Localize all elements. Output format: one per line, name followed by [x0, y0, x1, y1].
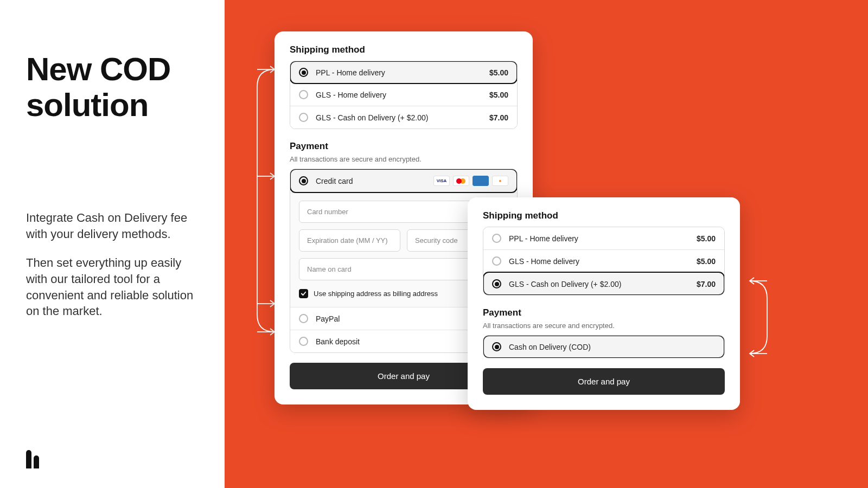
radio-icon	[492, 342, 501, 351]
connector-right-icon	[744, 277, 773, 358]
radio-icon	[299, 314, 308, 323]
expiry-input[interactable]	[299, 229, 400, 252]
payment-option-credit-card[interactable]: Credit card VISA ●	[290, 169, 517, 192]
checkout-card-cod: Shipping method PPL - Home delivery $5.0…	[468, 197, 740, 410]
shipping-option-gls-cod[interactable]: GLS - Cash on Delivery (+ $2.00) $7.00	[290, 106, 517, 129]
payment-title: Payment	[483, 307, 725, 318]
shipping-options: PPL - Home delivery $5.00 GLS - Home del…	[483, 227, 725, 296]
description: Integrate Cash on Delivery fee with your…	[26, 210, 199, 319]
payment-option-label: Cash on Delivery (COD)	[509, 343, 716, 351]
radio-icon	[492, 256, 501, 266]
discover-icon: ●	[492, 176, 508, 186]
shipping-option-label: GLS - Cash on Delivery (+ $2.00)	[509, 280, 697, 288]
radio-icon	[299, 68, 308, 77]
payment-subtitle: All transactions are secure and encrypte…	[483, 322, 725, 330]
shipping-option-label: PPL - Home delivery	[316, 68, 489, 77]
payment-subtitle: All transactions are secure and encrypte…	[290, 155, 518, 163]
radio-icon	[492, 234, 501, 243]
mastercard-icon	[453, 176, 469, 186]
radio-icon	[299, 90, 308, 99]
marketing-sidebar: New COD solution Integrate Cash on Deliv…	[0, 0, 225, 488]
card-brand-logos: VISA ●	[433, 176, 508, 186]
checkbox-label: Use shipping address as billing address	[314, 290, 438, 298]
description-p1: Integrate Cash on Delivery fee with your…	[26, 210, 199, 242]
shipping-title: Shipping method	[290, 44, 518, 55]
checkbox-checked-icon	[299, 289, 308, 298]
shipping-option-ppl[interactable]: PPL - Home delivery $5.00	[483, 227, 724, 249]
radio-icon	[299, 113, 308, 122]
headline: New COD solution	[26, 52, 199, 123]
shipping-option-label: PPL - Home delivery	[509, 234, 697, 243]
brand-logo-icon	[26, 450, 40, 468]
radio-icon	[299, 176, 308, 185]
shipping-option-price: $5.00	[489, 91, 508, 99]
payment-option-cod[interactable]: Cash on Delivery (COD)	[483, 336, 724, 358]
payment-options: Cash on Delivery (COD)	[483, 335, 725, 358]
shipping-option-gls[interactable]: GLS - Home delivery $5.00	[483, 249, 724, 272]
shipping-option-price: $5.00	[489, 68, 508, 77]
payment-title: Payment	[290, 141, 518, 152]
shipping-option-price: $5.00	[697, 234, 716, 243]
shipping-option-price: $5.00	[697, 257, 716, 266]
radio-icon	[492, 279, 501, 288]
shipping-option-label: GLS - Cash on Delivery (+ $2.00)	[316, 113, 489, 122]
shipping-option-gls-cod[interactable]: GLS - Cash on Delivery (+ $2.00) $7.00	[483, 272, 724, 295]
shipping-option-price: $7.00	[489, 113, 508, 122]
amex-icon	[473, 176, 489, 186]
radio-icon	[299, 337, 308, 346]
payment-option-label: Credit card	[316, 177, 433, 185]
shipping-title: Shipping method	[483, 210, 725, 221]
shipping-options: PPL - Home delivery $5.00 GLS - Home del…	[290, 61, 518, 129]
order-and-pay-button[interactable]: Order and pay	[483, 368, 725, 395]
shipping-option-price: $7.00	[697, 280, 716, 288]
shipping-option-gls[interactable]: GLS - Home delivery $5.00	[290, 84, 517, 106]
shipping-option-label: GLS - Home delivery	[316, 91, 489, 99]
stage: Shipping method PPL - Home delivery $5.0…	[225, 0, 868, 488]
shipping-option-label: GLS - Home delivery	[509, 257, 697, 266]
description-p2: Then set everything up easily with our t…	[26, 255, 199, 319]
visa-icon: VISA	[433, 176, 450, 186]
shipping-option-ppl[interactable]: PPL - Home delivery $5.00	[290, 61, 517, 84]
